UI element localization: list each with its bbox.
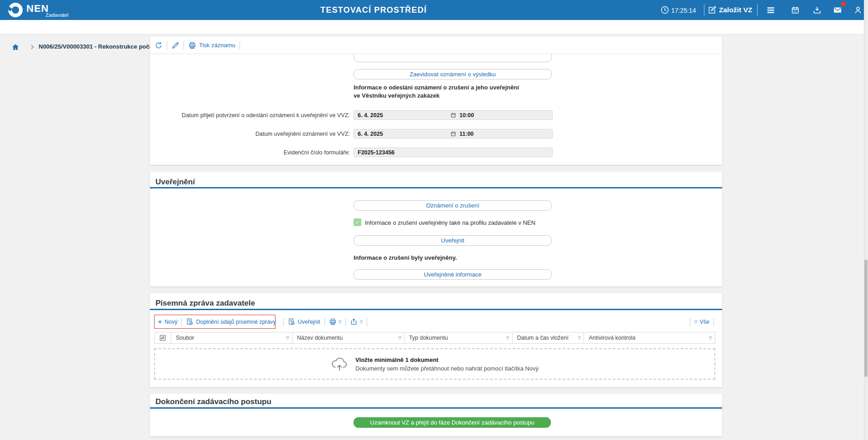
refresh-icon[interactable] xyxy=(155,41,163,49)
dropzone-subtitle: Dokumenty sem můžete přetáhnout nebo nah… xyxy=(355,365,539,372)
document-gear-icon xyxy=(186,318,194,326)
chevron-right-icon xyxy=(30,45,34,49)
app-header: NEN Zadavatel TESTOVACÍ PROSTŘEDÍ 17:25:… xyxy=(0,0,868,20)
home-icon[interactable] xyxy=(11,43,20,51)
printer-icon[interactable] xyxy=(188,41,196,49)
logo-subtitle: Zadavatel xyxy=(45,12,69,18)
toolbar-divider xyxy=(367,318,367,326)
scrollbar-thumb[interactable] xyxy=(864,260,868,377)
dropdown-icon[interactable]: ▽ xyxy=(339,320,342,324)
field-label-form-number: Evidenční číslo formuláře: xyxy=(150,149,350,156)
pencil-icon[interactable] xyxy=(171,41,180,49)
time-value: 11:00 xyxy=(459,131,474,137)
cloud-upload-icon xyxy=(331,356,348,372)
mail-badge xyxy=(841,1,846,6)
cancellation-notice-button[interactable]: Oznámení o zrušení xyxy=(354,200,552,211)
record-toolbar: Tisk záznamu xyxy=(150,37,722,54)
column-filter-icon[interactable]: ▽ xyxy=(709,332,712,343)
written-report-card: Písemná zpráva zadavatele + Nový Doplněn… xyxy=(150,293,722,387)
toolbar-divider xyxy=(713,318,714,326)
column-header-insert-datetime[interactable]: Datum a čas vložení▽ xyxy=(512,332,584,343)
header-divider xyxy=(757,4,758,16)
profile-publication-checkbox-label: Informace o zrušení uveřejněny také na p… xyxy=(365,219,535,226)
column-header-file[interactable]: Soubor▽ xyxy=(171,332,292,343)
calendar-small-icon xyxy=(450,131,456,137)
clock-icon xyxy=(660,5,669,15)
column-header-document-type[interactable]: Typ dokumentu▽ xyxy=(404,332,512,343)
toolbar-divider xyxy=(167,41,167,49)
toolbar-divider xyxy=(184,41,184,49)
section-rule xyxy=(150,187,722,188)
column-header-antivirus[interactable]: Antivirová kontrola▽ xyxy=(584,332,715,343)
publication-card: Uveřejnění Oznámení o zrušení ✓ Informac… xyxy=(150,172,722,287)
nen-app: NEN Zadavatel TESTOVACÍ PROSTŘEDÍ 17:25:… xyxy=(0,0,868,440)
dropzone-text: Vložte minimálně 1 dokument Dokumenty se… xyxy=(355,356,539,372)
published-information-button[interactable]: Uveřejněné informace xyxy=(354,269,552,280)
document-gear-icon xyxy=(288,318,295,326)
field-label-confirmation-date: Datum přijetí potvrzení o odeslání oznám… xyxy=(150,112,350,119)
register-result-notice-button[interactable]: Zaevidovat oznámení o výsledku xyxy=(354,69,552,79)
filter-all-button[interactable]: Vše xyxy=(699,319,709,325)
server-time: 17:25:14 xyxy=(671,7,696,14)
column-header-document-name[interactable]: Název dokumentu▽ xyxy=(292,332,404,343)
section-title-written-report: Písemná zpráva zadavatele xyxy=(155,299,255,308)
documents-table-header: Soubor▽ Název dokumentu▽ Typ dokumentu▽ … xyxy=(154,332,715,344)
column-filter-icon[interactable]: ▽ xyxy=(506,332,509,343)
calendar-small-icon xyxy=(450,112,456,118)
supplement-report-button[interactable]: Doplnění údajů písemné zprávy xyxy=(196,319,276,325)
field-label-publication-date: Datum uveřejnění oznámení ve VVZ: xyxy=(150,131,350,137)
dropdown-icon[interactable]: ▽ xyxy=(694,320,698,324)
dropdown-icon[interactable]: ▽ xyxy=(359,320,363,324)
menu-icon[interactable] xyxy=(766,5,775,15)
vvz-info-heading-line2: ve Věstníku veřejných zakázek xyxy=(354,92,439,99)
toolbar-divider xyxy=(324,318,325,326)
column-filter-icon[interactable]: ▽ xyxy=(398,332,401,343)
written-report-toolbar: + Nový Doplnění údajů písemné zprávy Uve… xyxy=(154,315,718,329)
calendar-icon[interactable] xyxy=(791,5,800,15)
download-icon[interactable] xyxy=(813,5,822,15)
export-icon[interactable] xyxy=(350,318,358,326)
environment-title: TESTOVACÍ PROSTŘEDÍ xyxy=(320,5,427,15)
toolbar-divider xyxy=(283,318,284,326)
create-vz-button[interactable]: Založit VZ xyxy=(719,6,752,14)
dropzone-title: Vložte minimálně 1 dokument xyxy=(355,356,539,363)
published-status-text: Informace o zrušení byly uveřejněny. xyxy=(354,254,457,261)
column-filter-icon[interactable]: ▽ xyxy=(286,332,289,343)
toolbar-divider xyxy=(690,318,690,326)
section-title-completion: Dokončení zadávacího postupu xyxy=(155,397,271,406)
publish-report-button[interactable]: Uveřejnit xyxy=(298,319,320,325)
toolbar-divider xyxy=(181,318,182,326)
edit-icon xyxy=(708,5,717,15)
nen-logo-icon[interactable] xyxy=(8,3,23,17)
section-rule xyxy=(150,407,722,409)
date-value: 6. 4. 2025 xyxy=(358,131,383,137)
document-dropzone[interactable]: Vložte minimálně 1 dokument Dokumenty se… xyxy=(154,348,715,380)
notice-card: Tisk záznamu Zaevidovat oznámení o výsle… xyxy=(150,37,722,165)
mail-icon[interactable] xyxy=(833,5,842,15)
lock-vz-button[interactable]: Uzamknout VZ a přejít do fáze Dokončení … xyxy=(354,417,551,428)
publication-date-field[interactable]: 6. 4. 2025 11:00 xyxy=(354,129,553,138)
profile-publication-checkbox[interactable]: ✓ xyxy=(354,218,361,226)
toolbar-divider xyxy=(239,41,240,49)
new-document-button[interactable]: Nový xyxy=(165,319,177,325)
date-value: 6. 4. 2025 xyxy=(358,112,383,119)
toolbar-divider xyxy=(345,318,346,326)
column-filter-icon[interactable]: ▽ xyxy=(578,332,581,343)
column-settings-icon[interactable] xyxy=(155,332,171,343)
print-record-button[interactable]: Tisk záznamu xyxy=(199,42,235,49)
section-title-publication: Uveřejnění xyxy=(155,178,195,187)
vvz-info-heading-line1: Informace o odeslání oznámení o zrušení … xyxy=(354,84,519,91)
scrollbar-track[interactable] xyxy=(864,0,868,440)
completion-card: Dokončení zadávacího postupu Uzamknout V… xyxy=(150,394,722,436)
time-value: 10:00 xyxy=(459,112,474,119)
header-divider xyxy=(704,4,704,16)
plus-icon: + xyxy=(158,318,162,326)
section-rule xyxy=(150,309,722,310)
form-number-value: F2025-123456 xyxy=(358,149,394,156)
breadcrumb: N006/25/V00003301 - Rekonstrukce počítač… xyxy=(0,20,868,35)
publish-button[interactable]: Uveřejnit xyxy=(354,235,552,246)
printer-icon[interactable] xyxy=(329,318,337,326)
confirmation-date-field[interactable]: 6. 4. 2025 10:00 xyxy=(354,110,553,120)
form-number-field[interactable]: F2025-123456 xyxy=(354,148,553,157)
user-icon[interactable] xyxy=(853,5,863,15)
